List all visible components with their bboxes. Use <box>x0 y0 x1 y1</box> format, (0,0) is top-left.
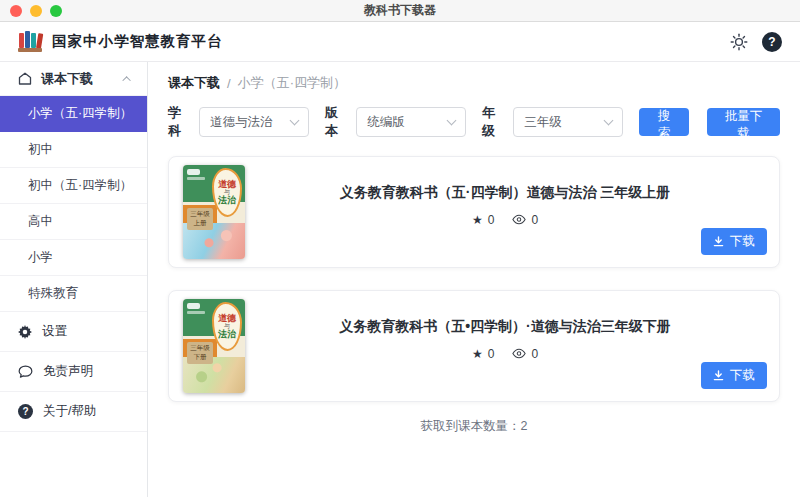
cover-subject-text: 道德 <box>218 180 236 189</box>
sidebar-item-primary-54[interactable]: 小学（五·四学制） <box>0 96 147 132</box>
book-stats: ★ 0 0 <box>472 347 538 361</box>
breadcrumb-current: 小学（五·四学制） <box>238 74 346 92</box>
speech-bubble-icon <box>18 365 33 379</box>
download-button-label: 下载 <box>730 367 755 384</box>
chevron-down-icon <box>446 116 456 126</box>
sidebar-group-label: 课本下载 <box>41 70 125 88</box>
download-button[interactable]: 下载 <box>701 228 767 255</box>
sidebar-item-primary[interactable]: 小学 <box>0 240 147 276</box>
sidebar-item-label: 关于/帮助 <box>43 403 96 420</box>
sidebar-item-label: 小学 <box>28 249 53 266</box>
sidebar-item-label: 特殊教育 <box>28 285 78 302</box>
star-count-value: 0 <box>488 213 495 227</box>
app-title: 国家中小学智慧教育平台 <box>52 32 223 51</box>
cover-subject-text: 道德 <box>218 314 236 323</box>
book-card: 道德 与 法治 三年级 上册 义务教育教科书（五·四学制）道德与法治 三年级上册 <box>168 156 780 268</box>
breadcrumb-root[interactable]: 课本下载 <box>168 74 220 92</box>
download-button-label: 下载 <box>730 233 755 250</box>
sidebar-item-senior[interactable]: 高中 <box>0 204 147 240</box>
batch-download-button[interactable]: 批量下载 <box>707 108 780 136</box>
book-info: 义务教育教科书（五•四学制）·道德与法治三年级下册 ★ 0 <box>245 318 765 361</box>
search-button[interactable]: 搜索 <box>639 108 689 136</box>
view-count: 0 <box>512 213 538 227</box>
result-count-text: 获取到课本数量：2 <box>168 418 780 435</box>
chevron-down-icon <box>290 116 300 126</box>
sidebar-item-label: 小学（五·四学制） <box>28 105 132 122</box>
sidebar-item-label: 免责声明 <box>43 363 93 380</box>
edition-select-value: 统编版 <box>367 114 405 131</box>
subject-select-value: 道德与法治 <box>210 114 273 131</box>
books-logo-icon <box>18 31 42 52</box>
theme-toggle-button[interactable] <box>730 33 748 51</box>
sidebar-group-textbook-download[interactable]: 课本下载 <box>0 62 147 96</box>
book-info: 义务教育教科书（五·四学制）道德与法治 三年级上册 ★ 0 <box>245 184 765 227</box>
app-header: 国家中小学智慧教育平台 ? <box>0 22 800 62</box>
download-button[interactable]: 下载 <box>701 362 767 389</box>
cover-grade-text: 三年级 <box>187 344 213 353</box>
chevron-down-icon <box>603 116 613 126</box>
book-title: 义务教育教科书（五·四学制）道德与法治 三年级上册 <box>340 184 671 202</box>
breadcrumb: 课本下载 / 小学（五·四学制） <box>168 74 780 92</box>
sidebar-item-label: 初中（五·四学制） <box>28 177 132 194</box>
question-mark-icon: ? <box>762 32 782 52</box>
window-titlebar: 教科书下载器 <box>0 0 800 22</box>
book-cover: 道德 与 法治 三年级 上册 <box>183 165 245 259</box>
cover-volume-text: 上册 <box>187 219 213 228</box>
sidebar-item-settings[interactable]: 设置 <box>0 312 147 352</box>
sidebar-item-junior-54[interactable]: 初中（五·四学制） <box>0 168 147 204</box>
sidebar-item-label: 设置 <box>42 323 67 340</box>
sidebar-item-label: 初中 <box>28 141 53 158</box>
header-actions: ? <box>730 32 782 52</box>
subject-select[interactable]: 道德与法治 <box>199 107 309 137</box>
book-card: 道德 与 法治 三年级 下册 义务教育教科书（五•四学制）·道德与法治三年级下册 <box>168 290 780 402</box>
window-title: 教科书下载器 <box>0 2 800 19</box>
main-content: 课本下载 / 小学（五·四学制） 学科 道德与法治 版本 统编版 年级 三年级 … <box>148 62 800 497</box>
sidebar-item-disclaimer[interactable]: 免责声明 <box>0 352 147 392</box>
grade-select-value: 三年级 <box>524 114 562 131</box>
help-circle-icon: ? <box>18 404 33 419</box>
home-icon <box>18 72 32 85</box>
sidebar-item-about-help[interactable]: ? 关于/帮助 <box>0 392 147 432</box>
star-icon: ★ <box>472 347 483 361</box>
close-window-button[interactable] <box>10 5 22 17</box>
star-count: ★ 0 <box>472 347 494 361</box>
star-icon: ★ <box>472 213 483 227</box>
traffic-lights <box>0 5 62 17</box>
edition-select[interactable]: 统编版 <box>356 107 466 137</box>
cover-subject-text: 法治 <box>218 196 236 205</box>
book-stats: ★ 0 0 <box>472 213 538 227</box>
help-button[interactable]: ? <box>762 32 782 52</box>
filter-bar: 学科 道德与法治 版本 统编版 年级 三年级 搜索 批量下载 <box>168 104 780 140</box>
sidebar-item-special-education[interactable]: 特殊教育 <box>0 276 147 312</box>
download-icon <box>713 370 724 381</box>
subject-filter-label: 学科 <box>168 104 191 140</box>
view-count: 0 <box>512 347 538 361</box>
minimize-window-button[interactable] <box>30 5 42 17</box>
cover-grade-text: 三年级 <box>187 210 213 219</box>
grade-select[interactable]: 三年级 <box>513 107 623 137</box>
eye-icon <box>512 348 526 359</box>
download-icon <box>713 236 724 247</box>
cover-subject-text: 法治 <box>218 330 236 339</box>
sidebar: 课本下载 小学（五·四学制） 初中 初中（五·四学制） 高中 小学 特殊教育 <box>0 62 148 497</box>
edition-filter-label: 版本 <box>325 104 348 140</box>
breadcrumb-separator: / <box>227 76 231 91</box>
cover-volume-text: 下册 <box>187 353 213 362</box>
book-list: 道德 与 法治 三年级 上册 义务教育教科书（五·四学制）道德与法治 三年级上册 <box>168 156 780 402</box>
book-title: 义务教育教科书（五•四学制）·道德与法治三年级下册 <box>339 318 671 336</box>
view-count-value: 0 <box>531 347 538 361</box>
sidebar-item-label: 高中 <box>28 213 53 230</box>
grade-filter-label: 年级 <box>482 104 505 140</box>
sidebar-item-junior[interactable]: 初中 <box>0 132 147 168</box>
gear-icon <box>18 325 32 339</box>
sun-icon <box>730 33 748 51</box>
zoom-window-button[interactable] <box>50 5 62 17</box>
eye-icon <box>512 214 526 225</box>
star-count-value: 0 <box>488 347 495 361</box>
view-count-value: 0 <box>531 213 538 227</box>
star-count: ★ 0 <box>472 213 494 227</box>
book-cover: 道德 与 法治 三年级 下册 <box>183 299 245 393</box>
